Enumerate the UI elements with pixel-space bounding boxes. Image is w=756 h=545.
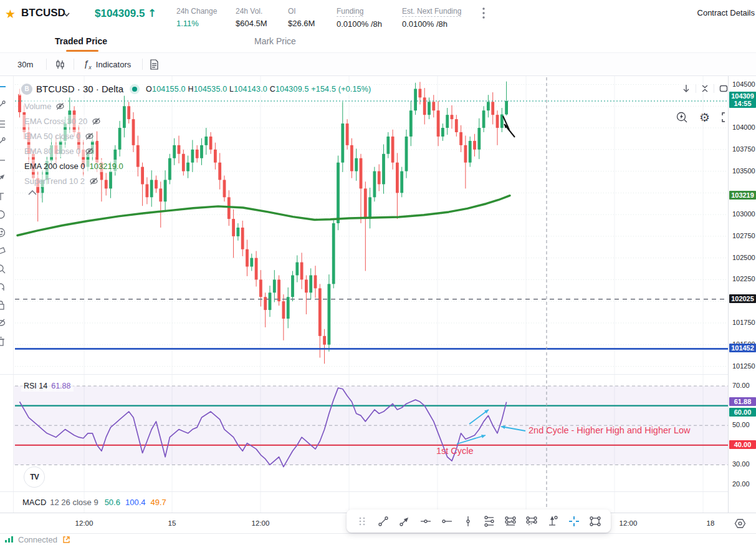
- indicator-value: 103219.0: [90, 162, 123, 171]
- chart-toolbar: 30m ƒx Indicators ⚙: [0, 53, 756, 76]
- red-level-badge: 40.00: [729, 440, 756, 449]
- price-up-arrow-icon: ↑: [148, 7, 156, 19]
- stat-label: 24h Vol.: [236, 7, 262, 16]
- cycle-annotation[interactable]: 2nd Cycle - Higher High and Higher Low: [529, 425, 691, 435]
- favorite-star-icon[interactable]: ★: [5, 7, 16, 21]
- market-status-dot-icon: [132, 87, 137, 92]
- trading-app: ★ BTCUSD $104309.5 ↑ 24h Change1.11%24h …: [0, 0, 756, 545]
- external-link-icon[interactable]: [62, 536, 70, 544]
- hide-drawings-icon[interactable]: [0, 317, 8, 329]
- connection-signal-icon: [5, 536, 13, 543]
- indicators-button[interactable]: ƒx Indicators: [84, 53, 131, 75]
- legend-title[interactable]: BTCUSD · 30 · Delta: [36, 84, 123, 94]
- chart-canvas[interactable]: 1st Cycle2nd Cycle - Higher High and Hig…: [14, 76, 728, 513]
- indicator-row[interactable]: EMA 80 close 0: [22, 145, 96, 157]
- symbol-name[interactable]: BTCUSD: [21, 7, 65, 19]
- fx-icon: ƒx: [84, 58, 92, 70]
- horizontal-ray-icon[interactable]: [436, 512, 457, 531]
- timezone-icon[interactable]: [734, 518, 746, 532]
- pane-separator[interactable]: [0, 374, 756, 375]
- price-axis-label: 102750: [732, 232, 755, 239]
- legend-collapse-icon[interactable]: [26, 188, 45, 198]
- rectangle-icon[interactable]: [585, 512, 606, 531]
- emoji-icon[interactable]: [0, 226, 8, 239]
- time-axis-label: 12:00: [75, 519, 93, 527]
- cross-line-icon[interactable]: [563, 512, 585, 531]
- magnet-icon[interactable]: [0, 281, 8, 293]
- header-stat: OI$26.6M: [288, 5, 315, 28]
- trend-line-icon[interactable]: [373, 512, 394, 531]
- pitchfork-icon[interactable]: [0, 136, 8, 148]
- indicator-name: Volume: [24, 102, 51, 111]
- legend-ohlc: O104155.0 H104535.0 L104143.0 C104309.5 …: [146, 85, 371, 94]
- horizontal-line-icon[interactable]: [415, 512, 436, 531]
- price-axis-label: 104000: [732, 123, 755, 131]
- candle-style-icon[interactable]: [55, 59, 65, 70]
- tradingview-logo[interactable]: TV: [24, 466, 45, 488]
- pane-separator[interactable]: [0, 491, 756, 492]
- more-options-icon[interactable]: [479, 6, 489, 20]
- time-axis-label: 15: [168, 519, 176, 527]
- measure-icon[interactable]: [0, 244, 8, 257]
- contract-details-link[interactable]: Contract Details: [697, 8, 755, 17]
- stat-value: 0.0100% /8h: [402, 19, 461, 29]
- symbol-logo-icon: B: [21, 84, 32, 95]
- tab-mark-price[interactable]: Mark Price: [254, 36, 296, 46]
- indicator-row[interactable]: SuperTrend 10 2: [22, 175, 100, 187]
- drag-handle-icon[interactable]: [352, 512, 373, 531]
- indicator-name: EMA 80 close 0: [24, 147, 80, 156]
- flat-channel-icon[interactable]: [521, 512, 542, 531]
- text-icon[interactable]: [0, 190, 8, 203]
- crosshair-icon[interactable]: [0, 82, 8, 94]
- vertical-line-icon[interactable]: [457, 512, 479, 531]
- arrow-marker-icon[interactable]: [0, 172, 8, 185]
- cycle-annotation[interactable]: 1st Cycle: [436, 446, 474, 456]
- vertical-measure-icon[interactable]: [542, 512, 563, 531]
- pane-controls: [679, 84, 730, 94]
- templates-icon[interactable]: [150, 59, 159, 70]
- stat-value: $604.5M: [236, 19, 267, 28]
- price-axis-label: 102250: [732, 275, 755, 282]
- eye-off-icon[interactable]: [92, 117, 101, 125]
- price-axis[interactable]: 1045001040001037501035001030001027501025…: [728, 76, 756, 513]
- stat-value: 1.11%: [176, 19, 217, 28]
- scroll-down-icon[interactable]: [679, 84, 693, 94]
- chart-legend: B BTCUSD · 30 · Delta O104155.0 H104535.…: [19, 82, 373, 95]
- time-axis-label: 12:00: [252, 519, 270, 527]
- stat-value: $26.6M: [288, 19, 315, 28]
- lock-icon[interactable]: [0, 299, 8, 311]
- macd-value: 100.4: [125, 498, 146, 507]
- eye-off-icon[interactable]: [55, 102, 65, 110]
- eye-off-icon[interactable]: [85, 132, 94, 140]
- price-axis-label: 50.00: [732, 421, 750, 428]
- interval-button[interactable]: 30m: [17, 53, 33, 75]
- last-price-badge: 10430914:55: [729, 92, 756, 108]
- indicator-row[interactable]: Volume: [22, 100, 67, 112]
- rsi-legend[interactable]: RSI 14 61.88: [21, 380, 74, 392]
- connection-status: Connected: [18, 535, 57, 544]
- collapse-pane-icon[interactable]: [699, 84, 711, 94]
- indicator-row[interactable]: EMA Cross 30 20: [22, 115, 103, 127]
- zoom-icon[interactable]: [0, 263, 8, 275]
- indicator-name: EMA 200 close 0: [24, 162, 85, 171]
- indicator-row[interactable]: EMA 50 close 0: [22, 130, 96, 142]
- horizontal-ray-icon[interactable]: [0, 154, 8, 166]
- tab-traded-price[interactable]: Traded Price: [55, 36, 107, 46]
- parallel-channel-icon[interactable]: [479, 512, 500, 531]
- indicator-row[interactable]: EMA 200 close 0103219.0: [22, 160, 125, 172]
- trash-icon[interactable]: [0, 335, 8, 347]
- price-axis-label: 104500: [732, 80, 755, 88]
- arrow-icon[interactable]: [394, 512, 415, 531]
- fib-retracement-icon[interactable]: [0, 118, 8, 130]
- price-axis-label: 101250: [732, 362, 755, 370]
- eye-off-icon[interactable]: [89, 177, 98, 185]
- status-bar: Connected: [0, 533, 756, 545]
- ema200-line[interactable]: [17, 196, 510, 236]
- macd-legend[interactable]: MACD 12 26 close 9 50.6100.449.7: [22, 498, 166, 507]
- eye-off-icon[interactable]: [85, 147, 94, 155]
- price-axis-label: 20.00: [732, 480, 750, 488]
- disjoint-channel-icon[interactable]: [500, 512, 521, 531]
- chevron-down-icon[interactable]: [62, 10, 71, 19]
- shapes-icon[interactable]: [0, 208, 8, 221]
- trend-line-icon[interactable]: [0, 100, 8, 112]
